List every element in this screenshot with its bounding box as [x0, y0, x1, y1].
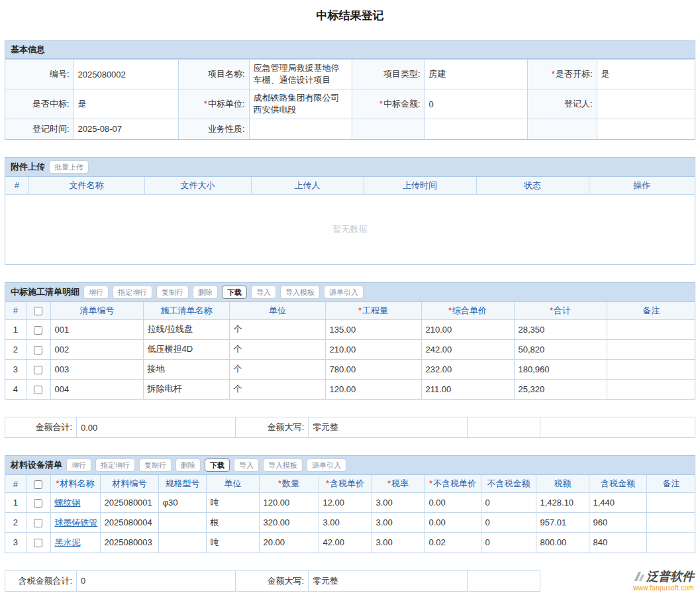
cell-amount-with-tax: 840: [589, 533, 646, 553]
tax-amount-total-label: 含税金额合计:: [5, 570, 77, 591]
insert-row-button[interactable]: 指定增行: [113, 286, 152, 299]
cell-unit-price: 232.00: [421, 359, 514, 379]
import-template-button[interactable]: 导入模板: [280, 286, 320, 299]
col-tax-amount: 税额: [536, 475, 589, 493]
construction-list-header: 中标施工清单明细 增行 指定增行 复制行 删除 下载 导入 导入模板 源单引入: [5, 283, 695, 302]
row-index: 3: [5, 533, 26, 553]
row-select: [26, 359, 50, 379]
construction-row: 1 001 拉线/拉线盘 个 135.00 210.00 28,350: [5, 319, 695, 339]
row-checkbox[interactable]: [34, 366, 42, 374]
select-all-checkbox[interactable]: [34, 307, 42, 315]
row-checkbox[interactable]: [34, 499, 42, 508]
field-label-project-type: 项目类型:: [352, 60, 425, 89]
download-button[interactable]: 下载: [222, 286, 247, 299]
material-name-link[interactable]: 螺纹钢: [55, 498, 81, 508]
row-checkbox[interactable]: [34, 326, 42, 335]
row-checkbox[interactable]: [34, 346, 42, 354]
row-checkbox[interactable]: [34, 519, 42, 527]
materials-copy-row-button[interactable]: 复制行: [139, 458, 172, 472]
attachments-empty-state: 暂无数据: [5, 195, 695, 264]
basic-info-row: 登记时间: 2025-08-07 业务性质:: [5, 119, 695, 139]
field-label-text: 是否开标:: [556, 69, 593, 79]
required-mark: *: [56, 478, 59, 488]
required-mark: *: [448, 305, 452, 315]
field-value-winning-amount: 0: [425, 89, 527, 119]
field-label-project-name: 项目名称:: [178, 60, 249, 89]
cell-total: 28,350: [514, 319, 607, 339]
cell-price-no-tax: 0.00: [425, 513, 481, 533]
field-value-number: 2025080002: [74, 60, 178, 89]
page-title: 中标结果登记: [5, 8, 695, 23]
amount-total-label: 金额合计:: [5, 417, 77, 438]
col-label: 税额: [554, 478, 572, 488]
field-value-register-time: 2025-08-07: [74, 119, 178, 139]
required-mark: *: [387, 478, 391, 488]
row-checkbox[interactable]: [34, 386, 42, 394]
attachments-title: 附件上传: [11, 161, 45, 173]
materials-source-import-button[interactable]: 源单引入: [307, 458, 346, 472]
field-value-empty: [597, 119, 695, 139]
field-label-number: 编号:: [5, 60, 74, 89]
cell-unit-price: 242.00: [421, 339, 514, 359]
field-label-empty: [527, 119, 597, 139]
cell-note: [646, 493, 695, 513]
col-label: 合计: [554, 305, 571, 315]
construction-list-section: 中标施工清单明细 增行 指定增行 复制行 删除 下载 导入 导入模板 源单引入 …: [5, 282, 695, 400]
materials-add-row-button[interactable]: 增行: [66, 458, 91, 472]
cell-unit: 吨: [206, 493, 259, 513]
cell-unit: 个: [229, 379, 325, 399]
amount-caps-value: 零元整: [309, 417, 468, 438]
field-value-registrant: [597, 89, 695, 119]
cell-quantity: 120.00: [259, 493, 319, 513]
material-name-link[interactable]: 球墨铸铁管: [55, 517, 98, 527]
construction-row: 4 004 拆除电杆 个 120.00 211.00 25,320: [5, 379, 695, 399]
attachments-table: # 文件名称 文件大小 上传人 上传时间 状态 操作: [5, 177, 695, 195]
batch-upload-button[interactable]: 批量上传: [49, 160, 89, 174]
copy-row-button[interactable]: 复制行: [156, 286, 189, 299]
field-value-winning-unit: 成都铁路集团有限公司西安供电段: [249, 89, 352, 119]
row-select: [26, 493, 50, 513]
col-list-code: 清单编号: [50, 302, 143, 320]
brand-url[interactable]: www.fanpusoft.com: [633, 584, 694, 592]
row-index: 1: [5, 319, 26, 339]
cell-list-name: 低压横担4D: [143, 339, 229, 359]
cell-material-name: 螺纹钢: [50, 493, 100, 513]
row-index: 2: [5, 513, 26, 533]
cell-amount-with-tax: 960: [589, 513, 646, 533]
field-value-bid-won: 是: [74, 89, 178, 119]
col-actions: 操作: [589, 177, 695, 195]
required-mark: *: [379, 99, 383, 109]
row-checkbox[interactable]: [34, 539, 42, 547]
materials-import-button[interactable]: 导入: [234, 458, 259, 472]
materials-download-button[interactable]: 下载: [205, 458, 230, 472]
col-select: [26, 475, 50, 493]
basic-info-row: 是否中标: 是 *中标单位: 成都铁路集团有限公司西安供电段 *中标金额: 0 …: [5, 89, 695, 119]
delete-row-button[interactable]: 删除: [193, 286, 218, 299]
cell-material-name: 黑水泥: [50, 533, 100, 553]
import-button[interactable]: 导入: [251, 286, 276, 299]
row-select: [26, 319, 50, 339]
col-select: [26, 302, 50, 320]
row-index: 3: [5, 359, 26, 379]
basic-info-section: 基本信息 编号: 2025080002 项目名称: 应急管理局救援基地停车棚、通…: [5, 40, 695, 140]
select-all-checkbox[interactable]: [34, 480, 42, 489]
cell-material-code: 2025080003: [100, 533, 158, 553]
materials-insert-row-button[interactable]: 指定增行: [95, 458, 135, 472]
col-index: #: [5, 475, 26, 493]
cell-spec: [158, 533, 206, 553]
source-import-button[interactable]: 源单引入: [324, 286, 364, 299]
material-name-link[interactable]: 黑水泥: [55, 537, 81, 547]
col-label: 备注: [642, 305, 660, 315]
brand-logo: 泛普软件 www.fanpusoft.com: [633, 570, 695, 592]
required-mark: *: [429, 478, 432, 488]
required-mark: *: [204, 99, 207, 109]
materials-import-template-button[interactable]: 导入模板: [263, 458, 303, 472]
add-row-button[interactable]: 增行: [83, 286, 109, 299]
col-index: #: [5, 302, 26, 320]
col-material-code: 材料编号: [100, 475, 158, 493]
field-label-text: 登记人:: [564, 99, 593, 109]
materials-delete-row-button[interactable]: 删除: [175, 458, 201, 472]
material-row: 3 黑水泥 2025080003 吨 20.00 42.00 3.00 0.02…: [5, 533, 695, 553]
col-label: 单位: [269, 305, 286, 315]
cell-unit: 个: [229, 339, 325, 359]
